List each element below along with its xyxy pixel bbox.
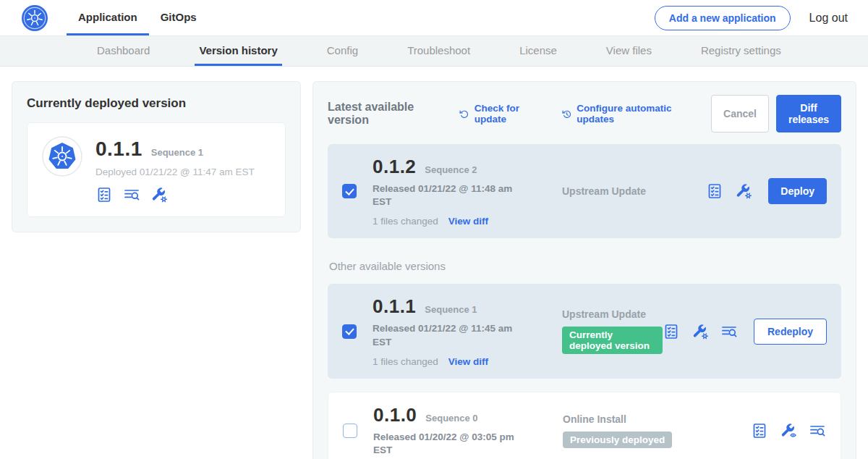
version-checkbox[interactable] — [343, 424, 357, 438]
files-changed-label: 1 files changed — [373, 216, 438, 227]
redeploy-button[interactable]: Redeploy — [754, 319, 827, 345]
version-row-0-1-0: 0.1.0 Sequence 0 Released 01/20/22 @ 03:… — [328, 392, 841, 459]
config-view-icon[interactable] — [780, 422, 797, 439]
sequence-label: Sequence 2 — [425, 164, 477, 175]
previously-deployed-badge: Previously deployed — [563, 431, 672, 448]
files-changed-label: 1 files changed — [373, 356, 438, 367]
preflight-checklist-icon[interactable] — [706, 182, 723, 200]
config-gear-icon[interactable] — [150, 186, 168, 203]
deploy-logs-icon[interactable] — [809, 422, 826, 439]
version-source-label: Upstream Update — [562, 308, 646, 320]
subnav-config[interactable]: Config — [323, 36, 362, 66]
deploy-logs-icon[interactable] — [720, 323, 738, 340]
deployed-version-card: 0.1.1 Sequence 1 Deployed 01/21/22 @ 11:… — [27, 122, 286, 217]
tab-gitops[interactable]: GitOps — [149, 0, 208, 35]
other-versions-title: Other available versions — [329, 260, 840, 272]
refresh-icon — [459, 108, 469, 120]
currently-deployed-badge: Currently deployed version — [562, 327, 663, 354]
tab-application[interactable]: Application — [67, 0, 149, 35]
cancel-button[interactable]: Cancel — [711, 95, 769, 132]
sequence-label: Sequence 0 — [425, 413, 477, 424]
add-new-application-button[interactable]: Add a new application — [655, 6, 791, 30]
top-navbar: Application GitOps Add a new application… — [0, 0, 868, 36]
app-subnav: Dashboard Version history Config Trouble… — [0, 36, 868, 67]
version-history-panel: Latest available version Check for updat… — [312, 81, 856, 459]
version-source-label: Online Install — [563, 413, 626, 425]
version-source-label: Upstream Update — [562, 185, 646, 197]
kubernetes-logo-icon — [22, 5, 48, 31]
released-timestamp: Released 01/21/22 @ 11:45 am EST — [373, 322, 523, 348]
version-number: 0.1.1 — [373, 295, 416, 318]
subnav-view-files[interactable]: View files — [602, 36, 656, 66]
logout-link[interactable]: Log out — [809, 12, 848, 25]
app-logo[interactable] — [0, 0, 67, 35]
deployed-sequence-label: Sequence 1 — [151, 147, 203, 158]
deploy-button[interactable]: Deploy — [768, 178, 827, 204]
latest-available-title: Latest available version — [328, 101, 440, 127]
preflight-checklist-icon[interactable] — [95, 186, 113, 203]
diff-releases-button[interactable]: Diff releases — [776, 95, 841, 132]
kubernetes-app-icon — [42, 136, 82, 177]
subnav-license[interactable]: License — [515, 36, 561, 66]
released-timestamp: Released 01/21/22 @ 11:48 am EST — [373, 182, 523, 209]
preflight-checklist-icon[interactable] — [751, 422, 768, 439]
subnav-dashboard[interactable]: Dashboard — [93, 36, 154, 66]
check-for-update-link[interactable]: Check for update — [459, 103, 542, 125]
version-number: 0.1.2 — [373, 156, 416, 178]
top-tabs: Application GitOps — [67, 0, 208, 35]
version-number: 0.1.0 — [373, 404, 417, 426]
schedule-icon — [561, 108, 572, 120]
deploy-logs-icon[interactable] — [123, 186, 140, 203]
version-checkbox[interactable] — [342, 184, 357, 198]
preflight-checklist-icon[interactable] — [663, 323, 680, 340]
deployed-timestamp: Deployed 01/21/22 @ 11:47 am EST — [95, 167, 255, 177]
config-gear-icon[interactable] — [692, 323, 709, 340]
subnav-version-history[interactable]: Version history — [195, 36, 281, 66]
subnav-registry-settings[interactable]: Registry settings — [697, 36, 786, 66]
version-checkbox[interactable] — [342, 324, 357, 339]
version-row-0-1-1: 0.1.1 Sequence 1 Released 01/21/22 @ 11:… — [328, 284, 841, 378]
currently-deployed-title: Currently deployed version — [27, 96, 286, 111]
released-timestamp: Released 01/20/22 @ 03:05 pm EST — [373, 431, 524, 457]
version-row-0-1-2: 0.1.2 Sequence 2 Released 01/21/22 @ 11:… — [328, 144, 841, 238]
currently-deployed-panel: Currently deployed version 0.1.1 Sequenc… — [12, 81, 301, 232]
sequence-label: Sequence 1 — [425, 304, 477, 315]
view-diff-link[interactable]: View diff — [448, 216, 488, 227]
configure-automatic-updates-link[interactable]: Configure automatic updates — [561, 103, 692, 125]
view-diff-link[interactable]: View diff — [448, 356, 488, 367]
deployed-version-number: 0.1.1 — [95, 138, 142, 161]
config-gear-icon[interactable] — [735, 182, 752, 200]
subnav-troubleshoot[interactable]: Troubleshoot — [403, 36, 475, 66]
